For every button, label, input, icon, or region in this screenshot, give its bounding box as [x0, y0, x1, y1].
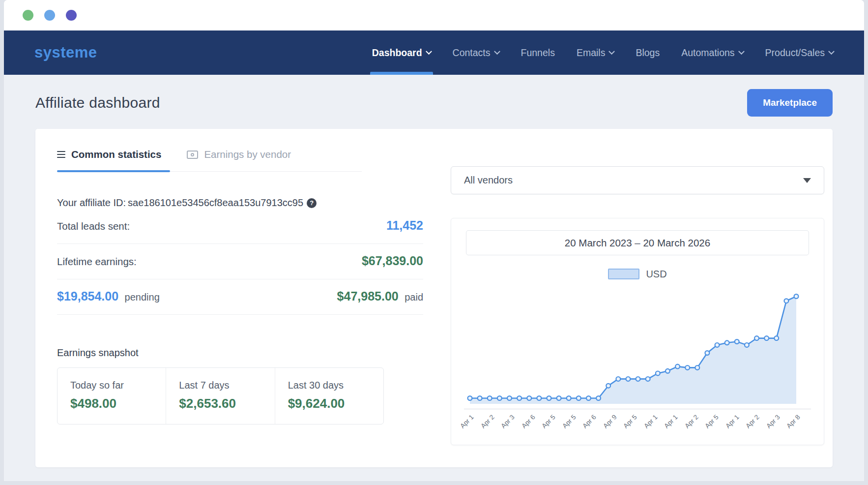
tab-common-statistics[interactable]: Common statistics [57, 149, 161, 171]
data-point-marker [794, 294, 799, 299]
chevron-down-icon [494, 48, 500, 55]
x-axis-label: Apr 2 [683, 420, 703, 439]
data-point-marker [665, 369, 670, 373]
data-point-marker [705, 351, 710, 355]
nav-item-automations[interactable]: Automations [681, 30, 743, 75]
x-axis-label: Apr 5 [622, 420, 641, 439]
nav-links: Dashboard Contacts Funnels Emails Blogs … [372, 30, 834, 75]
data-point-marker [478, 396, 482, 400]
statistics-column: Common statistics Earnings by vendor You… [57, 149, 423, 467]
data-point-marker [537, 396, 541, 400]
x-axis-label: Apr 1 [663, 420, 682, 439]
legend-swatch-usd [608, 269, 639, 279]
x-axis-label: Apr 9 [602, 420, 621, 439]
data-point-marker [586, 396, 591, 400]
lifetime-earnings-label: Lifetime earnings: [57, 256, 137, 268]
x-axis-label: Apr 2 [479, 420, 499, 439]
nav-item-blogs[interactable]: Blogs [636, 30, 660, 75]
x-axis-label: Apr 6 [581, 420, 601, 439]
chevron-down-icon [738, 48, 745, 55]
x-axis-label: Apr 3 [499, 420, 519, 439]
data-point-marker [646, 377, 650, 381]
chart-column: All vendors 20 March 2023 – 20 March 202… [451, 149, 824, 467]
data-point-marker [685, 365, 690, 370]
data-point-marker [567, 396, 571, 400]
paid-value: $47,985.00 [337, 289, 399, 303]
x-axis-label: Apr 1 [459, 420, 478, 439]
window-titlebar [4, 0, 864, 30]
snapshot-cell-30days: Last 30 days $9,624.00 [275, 368, 383, 424]
data-point-marker [527, 396, 531, 400]
data-point-marker [577, 396, 581, 400]
chart-plot-area [464, 283, 811, 409]
x-axis-label: Apr 2 [744, 420, 764, 439]
data-point-marker [547, 396, 551, 400]
data-point-marker [497, 396, 502, 400]
data-point-marker [695, 365, 699, 370]
affiliate-id-value: sae186101e53456cf8eaa153u7913cc95 [128, 197, 303, 209]
main-navbar: systeme Dashboard Contacts Funnels Email… [4, 30, 864, 75]
chevron-down-icon [609, 48, 615, 55]
data-point-marker [774, 336, 779, 340]
chart-legend: USD [464, 268, 811, 280]
window-dot-blue[interactable] [44, 10, 55, 21]
dashboard-card: Common statistics Earnings by vendor You… [35, 129, 833, 467]
pending-label: pending [125, 292, 160, 303]
nav-item-emails[interactable]: Emails [577, 30, 614, 75]
data-point-marker [596, 396, 601, 400]
help-question-icon[interactable] [307, 198, 317, 208]
data-point-marker [557, 396, 561, 400]
snapshot-cell-7days: Last 7 days $2,653.60 [166, 368, 274, 424]
data-point-marker [754, 336, 759, 340]
lifetime-earnings-value: $67,839.00 [362, 254, 423, 268]
nav-item-product-sales[interactable]: Product/Sales [765, 30, 834, 75]
nav-item-contacts[interactable]: Contacts [453, 30, 499, 75]
chart-x-axis-labels: Apr 1Apr 2Apr 3Apr 6Apr 5Apr 5Apr 6Apr 9… [464, 409, 811, 440]
earnings-chart-card: 20 March 2023 – 20 March 2026 USD Apr 1A… [451, 218, 824, 445]
data-point-marker [507, 396, 512, 400]
affiliate-id-label: Your affiliate ID: [57, 197, 126, 209]
nav-item-funnels[interactable]: Funnels [521, 30, 555, 75]
x-axis-label: Apr 1 [724, 420, 744, 439]
data-point-marker [488, 396, 492, 400]
x-axis-label: Apr 8 [785, 420, 805, 439]
nav-item-dashboard[interactable]: Dashboard [372, 30, 431, 75]
window-dot-purple[interactable] [66, 10, 77, 21]
window-dot-green[interactable] [23, 10, 33, 21]
data-point-marker [636, 377, 640, 381]
chevron-down-icon [426, 48, 432, 55]
tab-earnings-by-vendor[interactable]: Earnings by vendor [187, 149, 291, 171]
total-leads-label: Total leads sent: [57, 220, 130, 232]
systeme-logo[interactable]: systeme [34, 44, 97, 61]
page-title: Affiliate dashboard [35, 94, 160, 111]
pending-paid-row: $19,854.00 pending $47,985.00 paid [57, 279, 423, 315]
snapshot-cell-today: Today so far $498.00 [58, 368, 166, 424]
x-axis-label: Apr 5 [703, 420, 723, 439]
x-axis-label: Apr 3 [765, 420, 784, 439]
date-range-picker[interactable]: 20 March 2023 – 20 March 2026 [466, 230, 809, 255]
page-content: Affiliate dashboard Marketplace Common s… [4, 75, 864, 481]
marketplace-button[interactable]: Marketplace [747, 89, 833, 117]
browser-window: systeme Dashboard Contacts Funnels Email… [4, 0, 864, 481]
vendors-dropdown[interactable]: All vendors [451, 166, 824, 194]
data-point-marker [606, 384, 610, 388]
vendors-dropdown-value: All vendors [464, 175, 513, 186]
dropdown-arrow-icon [803, 178, 811, 183]
data-point-marker [735, 339, 739, 344]
data-point-marker [656, 371, 660, 376]
pending-value: $19,854.00 [57, 289, 118, 303]
date-range-text: 20 March 2023 – 20 March 2026 [565, 237, 710, 249]
total-leads-row: Total leads sent: 11,452 [57, 209, 423, 244]
earnings-snapshot-box: Today so far $498.00 Last 7 days $2,653.… [57, 367, 384, 424]
list-icon [57, 151, 65, 158]
x-axis-label: Apr 5 [561, 420, 580, 439]
data-point-marker [745, 343, 749, 347]
data-point-marker [764, 336, 769, 340]
tab-bar: Common statistics Earnings by vendor [57, 149, 362, 172]
legend-label-usd: USD [646, 269, 666, 280]
x-axis-label: Apr 6 [520, 420, 540, 439]
data-point-marker [616, 377, 620, 381]
data-point-marker [626, 377, 631, 381]
page-header: Affiliate dashboard Marketplace [35, 88, 833, 118]
data-point-marker [715, 343, 720, 347]
